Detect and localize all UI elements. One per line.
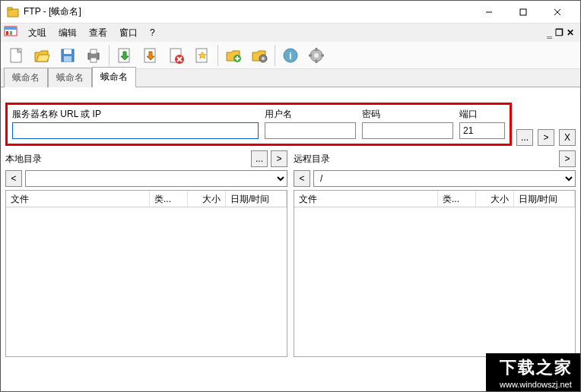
remote-go-button[interactable]: > [559,150,576,167]
mdi-controls: ‗ ❐ ✕ [547,27,577,38]
svg-rect-7 [5,27,17,30]
local-list-header: 文件 类... 大小 日期/时间 [6,191,287,207]
col-date[interactable]: 日期/时间 [226,191,287,207]
toolbar-separator [109,45,110,66]
col-name[interactable]: 文件 [294,191,438,207]
watermark: 下载之家 www.windowszj.net [486,353,580,391]
upload-icon[interactable] [113,43,137,68]
local-dir-label: 本地目录 [5,153,248,166]
username-label: 用户名 [265,108,356,121]
watermark-url: www.windowszj.net [500,380,572,389]
menu-file[interactable]: 文咀 [22,24,52,42]
new-file-icon[interactable] [4,43,28,68]
tab-2[interactable]: 蛾命名 [92,67,136,87]
save-icon[interactable] [56,43,80,68]
col-type[interactable]: 类... [438,191,476,207]
local-go-button[interactable]: > [271,150,287,167]
menu-help[interactable]: ? [144,25,161,40]
col-type[interactable]: 类... [150,191,188,207]
svg-text:i: i [289,51,291,62]
connection-row: 服务器名称 URL 或 IP 用户名 密码 端口 ... > X [5,103,576,146]
directory-row: 本地目录 ... > < 远程目录 > < / [5,150,576,187]
app-icon [7,6,19,18]
col-size[interactable]: 大小 [188,191,226,207]
password-input[interactable] [362,122,453,139]
connection-close-button[interactable]: X [559,129,576,146]
svg-rect-16 [64,56,71,62]
port-label: 端口 [459,108,505,121]
connection-box: 服务器名称 URL 或 IP 用户名 密码 端口 [5,103,512,146]
password-label: 密码 [362,108,453,121]
username-input[interactable] [265,122,356,139]
svg-rect-1 [8,8,12,10]
mdi-close-button[interactable]: ✕ [567,27,574,38]
maximize-button[interactable] [506,2,540,23]
tab-1[interactable]: 蛾命名 [48,68,92,87]
connection-go-button[interactable]: > [538,129,554,146]
col-size[interactable]: 大小 [476,191,514,207]
menu-window[interactable]: 窗口 [113,24,144,42]
menubar: 文咀 编辑 查看 窗口 ? ‗ ❐ ✕ [1,24,580,42]
svg-rect-18 [90,49,97,54]
local-file-list[interactable]: 文件 类... 大小 日期/时间 [5,190,287,357]
window-controls [471,2,574,23]
toolbar-separator [275,45,275,66]
window-title: FTP - [蛾命名] [24,5,471,18]
info-icon[interactable]: i [278,43,303,68]
local-browse-button[interactable]: ... [251,150,268,167]
local-path-combo[interactable] [25,170,287,187]
menu-view[interactable]: 查看 [83,24,113,42]
col-date[interactable]: 日期/时间 [514,191,575,207]
folder-settings-icon[interactable] [247,43,271,68]
remote-list-header: 文件 类... 大小 日期/时间 [294,191,575,207]
toolbar: i [1,42,580,69]
port-input[interactable] [459,122,505,139]
tab-0[interactable]: 蛾命名 [4,68,48,87]
svg-rect-3 [520,9,526,15]
open-folder-icon[interactable] [30,43,54,68]
minimize-button[interactable] [471,2,506,23]
col-name[interactable]: 文件 [6,191,150,207]
mdi-minimize-button[interactable]: ‗ [547,27,552,38]
svg-rect-15 [64,49,71,54]
local-back-button[interactable]: < [5,170,22,187]
remote-dir-label: 远程目录 [294,153,556,166]
svg-marker-13 [37,55,49,62]
svg-rect-9 [10,31,12,35]
document-star-icon[interactable] [190,43,214,68]
titlebar: FTP - [蛾命名] [1,1,580,24]
file-lists: 文件 类... 大小 日期/时间 文件 类... 大小 日期/时间 [5,190,576,357]
close-button[interactable] [540,2,574,23]
remote-path-combo[interactable]: / [313,170,576,187]
gear-icon[interactable] [304,43,329,68]
server-label: 服务器名称 URL 或 IP [12,108,259,121]
print-icon[interactable] [81,43,106,68]
connection-browse-button[interactable]: ... [516,129,533,146]
document-tabs: 蛾命名 蛾命名 蛾命名 [1,69,580,87]
menu-logo-icon [4,26,17,40]
svg-rect-8 [6,31,8,35]
server-input[interactable] [12,122,259,139]
toolbar-separator [217,45,218,66]
folder-add-icon[interactable] [221,43,246,68]
mdi-restore-button[interactable]: ❐ [555,27,564,38]
remote-back-button[interactable]: < [294,170,310,187]
svg-rect-19 [90,58,97,62]
remote-file-list[interactable]: 文件 类... 大小 日期/时间 [294,190,576,357]
download-icon[interactable] [138,43,163,68]
delete-icon[interactable] [164,43,189,68]
svg-point-36 [262,57,265,60]
watermark-text: 下载之家 [500,356,573,379]
menu-edit[interactable]: 编辑 [52,24,83,42]
svg-point-40 [314,53,319,58]
